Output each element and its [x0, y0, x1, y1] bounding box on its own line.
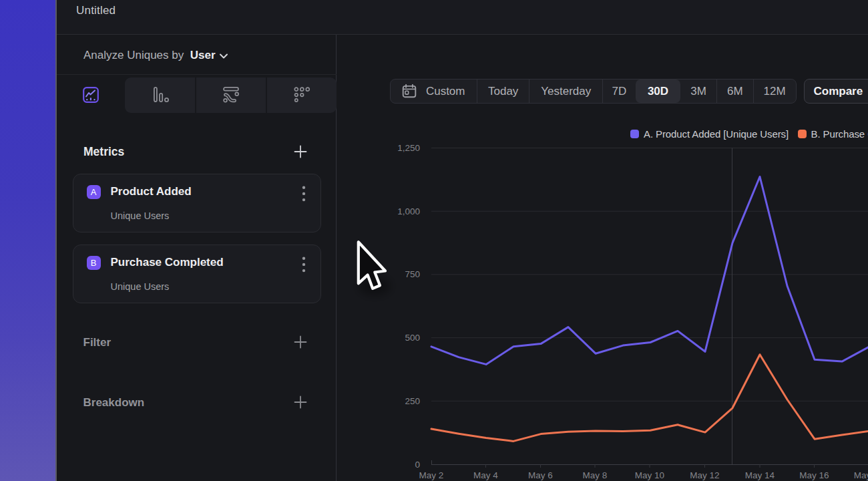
svg-text:0: 0	[415, 460, 420, 470]
svg-text:May 18: May 18	[854, 470, 868, 480]
svg-text:1,000: 1,000	[397, 206, 420, 216]
svg-text:May 10: May 10	[635, 470, 664, 480]
svg-text:500: 500	[405, 333, 420, 343]
svg-text:May 6: May 6	[528, 470, 553, 480]
svg-text:May 12: May 12	[690, 470, 719, 480]
svg-text:750: 750	[405, 269, 420, 279]
svg-text:May 14: May 14	[745, 470, 775, 480]
svg-text:May 16: May 16	[799, 470, 829, 480]
svg-text:May 4: May 4	[473, 470, 498, 480]
svg-text:1,250: 1,250	[397, 143, 420, 153]
svg-text:250: 250	[405, 396, 420, 406]
svg-text:May 2: May 2	[419, 470, 444, 480]
svg-text:May 8: May 8	[583, 470, 608, 480]
